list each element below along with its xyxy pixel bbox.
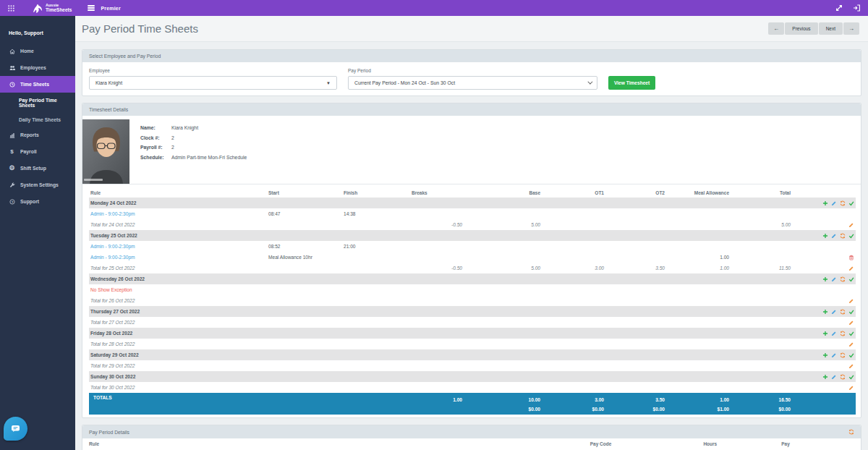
pencil-orange-icon[interactable]: [848, 385, 854, 391]
sidebar-item-employees[interactable]: Employees: [0, 59, 75, 76]
total-label: Total for 28 Oct 2022: [90, 341, 135, 347]
day-actions: [792, 349, 856, 360]
pencil-orange-icon[interactable]: [848, 363, 854, 369]
cell-ot2: [605, 382, 666, 393]
total-label: Total for 25 Oct 2022: [90, 266, 135, 271]
aussie-timesheets-logo[interactable]: Aussie TimeSheets: [32, 3, 72, 14]
sidebar-item-support[interactable]: ?Support: [0, 193, 75, 210]
plus-icon[interactable]: [822, 233, 828, 239]
check-icon[interactable]: [848, 374, 854, 380]
sidebar-item-shift-setup[interactable]: ⚙Shift Setup: [0, 160, 75, 177]
sidebar-item-home[interactable]: Home: [0, 43, 75, 59]
cell-finish: [342, 339, 410, 349]
pencil-orange-icon[interactable]: [848, 222, 854, 228]
pencil-orange-icon[interactable]: [848, 266, 854, 271]
check-icon[interactable]: [848, 276, 854, 282]
cell-finish: 14:38: [342, 208, 410, 219]
rule-link[interactable]: Admin - 9:00-2:30pm: [90, 244, 135, 249]
totals-row: TOTALS1.0010.00$0.003.00$0.003.50$0.001.…: [89, 393, 856, 415]
home-icon: [9, 48, 15, 54]
menu-hamburger-icon[interactable]: [88, 5, 95, 11]
caret-down-icon: ▼: [326, 81, 331, 85]
cell-breaks: [410, 382, 464, 393]
cell-start: Meal Allowance 10hr: [267, 252, 342, 263]
plus-icon[interactable]: [822, 200, 828, 206]
day-total-row: Total for 27 Oct 2022: [89, 317, 856, 328]
cell-total: [731, 382, 792, 393]
row-actions: [792, 208, 856, 219]
row-actions: [792, 317, 856, 328]
check-icon[interactable]: [848, 331, 854, 336]
plus-icon[interactable]: [822, 309, 828, 315]
check-icon[interactable]: [848, 200, 854, 206]
refresh-icon[interactable]: [840, 309, 846, 315]
previous-button[interactable]: Previous: [785, 22, 817, 35]
refresh-icon[interactable]: [840, 200, 846, 206]
pencil-blue-icon[interactable]: [831, 374, 837, 380]
refresh-icon[interactable]: [840, 233, 846, 239]
pencil-blue-icon[interactable]: [831, 331, 837, 336]
employee-select-value: Kiara Knight: [95, 80, 122, 85]
sidebar-item-daily-time-sheets[interactable]: Daily Time Sheets: [0, 112, 75, 127]
refresh-icon[interactable]: [840, 331, 846, 336]
check-icon[interactable]: [848, 309, 854, 315]
day-total-row: Total for 26 Oct 2022: [89, 295, 856, 306]
sidebar-item-system-settings[interactable]: System Settings: [0, 177, 75, 193]
employee-select[interactable]: Kiara Knight ▼: [89, 76, 337, 90]
cell-meal: [666, 382, 731, 393]
pay-period-select[interactable]: Current Pay Period - Mon 24 Oct - Sun 30…: [348, 76, 597, 90]
question-icon: ?: [9, 198, 15, 205]
sidebar-item-pay-period-time-sheets[interactable]: Pay Period Time Sheets: [0, 93, 75, 112]
cell-meal: [666, 284, 731, 295]
pencil-orange-icon[interactable]: [848, 298, 854, 304]
previous-arrow-button[interactable]: ←: [768, 22, 784, 35]
day-header-row: Thursday 27 Oct 2022: [89, 306, 856, 317]
pencil-blue-icon[interactable]: [831, 352, 837, 358]
column-header-total: Total: [731, 187, 792, 198]
refresh-icon[interactable]: [840, 374, 846, 380]
detail-field-value[interactable]: Admin Part-time Mon-Fri Schedule: [171, 153, 247, 163]
apps-grid-icon[interactable]: [0, 0, 22, 16]
cell-meal: [666, 317, 731, 328]
check-icon[interactable]: [848, 233, 854, 239]
pencil-blue-icon[interactable]: [831, 200, 837, 206]
refresh-icon[interactable]: [840, 276, 846, 282]
sidebar-item-time-sheets[interactable]: Time Sheets: [0, 76, 75, 93]
cell-finish: [342, 382, 410, 393]
pencil-blue-icon[interactable]: [831, 276, 837, 282]
chat-launcher-button[interactable]: [4, 417, 27, 441]
sidebar-item-payroll[interactable]: $Payroll: [0, 143, 75, 160]
view-timesheet-button[interactable]: View Timesheet: [608, 76, 655, 90]
refresh-icon[interactable]: [840, 352, 846, 358]
cell-meal: [666, 295, 731, 306]
employee-label: Employee: [89, 68, 110, 73]
pencil-blue-icon[interactable]: [831, 309, 837, 315]
pencil-blue-icon[interactable]: [831, 233, 837, 239]
logout-icon[interactable]: [853, 4, 861, 12]
detail-field-value[interactable]: Kiara Knight: [171, 123, 198, 133]
cell-start: 08:52: [267, 241, 342, 252]
next-arrow-button[interactable]: →: [843, 22, 859, 35]
cell-ot1: [542, 295, 605, 306]
refresh-icon[interactable]: [848, 429, 854, 435]
rule-link[interactable]: Admin - 9:00-2:30pm: [90, 255, 135, 260]
cell-rule: Total for 24 Oct 2022: [89, 219, 267, 230]
fullscreen-icon[interactable]: [835, 4, 843, 12]
pencil-orange-icon[interactable]: [848, 320, 854, 326]
pencil-orange-icon[interactable]: [848, 341, 854, 347]
timesheet-entry-row: Admin - 9:00-2:30pm08:5221:00: [89, 241, 856, 252]
day-total-row: Total for 29 Oct 2022: [89, 360, 856, 371]
plus-icon[interactable]: [822, 374, 828, 380]
next-button[interactable]: Next: [819, 22, 843, 35]
totals-base: 10.00$0.00: [464, 393, 542, 415]
sidebar-item-reports[interactable]: Reports: [0, 127, 75, 143]
plus-icon[interactable]: [822, 331, 828, 336]
rule-link[interactable]: Admin - 9:00-2:30pm: [90, 211, 135, 216]
cell-ot2: [605, 360, 666, 371]
cell-total: 5.00: [731, 219, 792, 230]
total-label: Total for 24 Oct 2022: [90, 222, 135, 227]
check-icon[interactable]: [848, 352, 854, 358]
plus-icon[interactable]: [822, 276, 828, 282]
trash-icon[interactable]: [848, 255, 854, 260]
plus-icon[interactable]: [822, 352, 828, 358]
